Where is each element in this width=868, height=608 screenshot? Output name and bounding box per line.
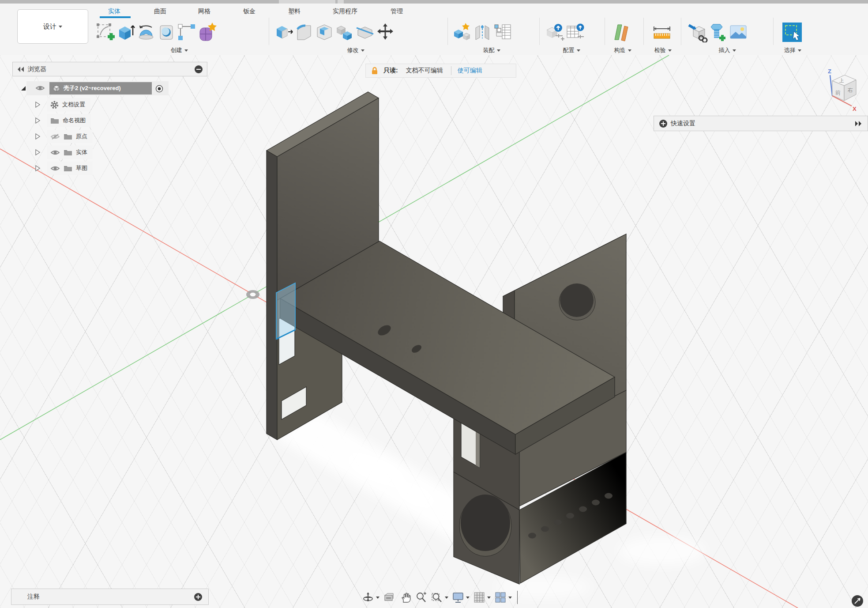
tab-plastic[interactable]: 塑料 — [288, 6, 301, 17]
extrude-icon[interactable] — [116, 21, 136, 43]
group-modify-dropdown[interactable]: 修改 — [339, 46, 372, 55]
combine-icon[interactable] — [334, 21, 355, 43]
chevron-down-icon — [497, 49, 500, 52]
collapsed-arrow-icon[interactable] — [34, 149, 41, 156]
zoom-icon[interactable] — [414, 591, 428, 604]
group-configure-dropdown[interactable]: 配置 — [555, 46, 588, 55]
tab-solid[interactable]: 实体 — [108, 6, 120, 17]
press-pull-icon[interactable] — [274, 21, 294, 43]
collapsed-arrow-icon[interactable] — [34, 101, 41, 108]
group-assemble-dropdown[interactable]: 装配 — [475, 46, 508, 55]
comments-title: 注释 — [27, 593, 194, 601]
double-right-arrow-icon[interactable] — [854, 121, 862, 127]
browser-item-origin[interactable]: 原点 — [47, 130, 93, 143]
viewcube-top-label: 上 — [839, 78, 844, 83]
group-create-dropdown[interactable]: 创建 — [162, 46, 196, 55]
fillet-icon[interactable] — [294, 21, 314, 43]
select-icon[interactable] — [779, 21, 805, 43]
shell-icon[interactable] — [314, 21, 334, 43]
readonly-message: 文档不可编辑 — [406, 67, 443, 75]
joint-icon[interactable] — [472, 21, 492, 43]
browser-title: 浏览器 — [28, 65, 195, 73]
group-inspect-dropdown[interactable]: 检验 — [646, 46, 680, 55]
app-tab-add[interactable] — [338, 0, 344, 4]
browser-item-document-settings[interactable]: 文档设置 — [47, 98, 90, 111]
eye-icon[interactable] — [50, 165, 60, 172]
tab-surface[interactable]: 曲面 — [154, 6, 166, 17]
eye-icon[interactable] — [35, 84, 45, 92]
configure-icon[interactable] — [545, 21, 565, 43]
make-editable-link[interactable]: 使可编辑 — [458, 67, 482, 75]
viewports-dropdown[interactable] — [508, 597, 512, 599]
browser-panel-header[interactable]: 浏览器 — [12, 62, 207, 76]
app-tab-segment[interactable] — [279, 0, 335, 4]
radio-selected-icon[interactable] — [155, 85, 163, 93]
revolve-icon[interactable] — [136, 21, 156, 43]
form-icon[interactable] — [197, 21, 217, 43]
group-select-dropdown[interactable]: 选择 — [776, 46, 809, 55]
tab-utilities[interactable]: 实用程序 — [333, 6, 357, 17]
expanded-arrow-icon[interactable] — [20, 85, 27, 92]
orbit-dropdown[interactable] — [376, 597, 380, 599]
browser-item-bodies[interactable]: 实体 — [47, 146, 93, 159]
grid-settings-dropdown[interactable] — [487, 597, 491, 599]
collapsed-arrow-icon[interactable] — [34, 133, 41, 140]
grid-settings-icon[interactable] — [473, 591, 486, 604]
display-settings-dropdown[interactable] — [466, 597, 470, 599]
browser-collapse-button[interactable] — [195, 65, 203, 73]
tab-sheetmetal[interactable]: 钣金 — [243, 6, 256, 17]
quick-settings-expand-button[interactable] — [659, 120, 667, 128]
feedback-badge-icon[interactable] — [852, 595, 863, 607]
group-create-icons — [95, 20, 217, 45]
tab-mesh[interactable]: 网格 — [198, 6, 210, 17]
display-settings-icon[interactable] — [451, 591, 465, 604]
hole-icon[interactable] — [156, 21, 177, 43]
workspace-switcher-button[interactable]: 设计 — [17, 9, 88, 44]
gear-icon — [50, 101, 59, 109]
collapsed-arrow-icon[interactable] — [34, 117, 41, 124]
zoom-window-icon[interactable] — [430, 591, 443, 604]
folder-icon — [64, 133, 72, 140]
look-at-icon[interactable] — [383, 591, 396, 604]
comments-panel[interactable]: 注释 — [11, 589, 209, 605]
group-insert-dropdown[interactable]: 插入 — [710, 46, 744, 55]
pan-icon[interactable] — [398, 591, 412, 604]
move-copy-icon[interactable] — [375, 21, 395, 43]
group-construct-dropdown[interactable]: 构造 — [606, 46, 639, 55]
construction-plane-icon[interactable] — [610, 21, 631, 43]
comments-expand-button[interactable] — [194, 593, 202, 601]
os-title-strip — [0, 0, 868, 4]
zoom-window-dropdown[interactable] — [445, 597, 448, 599]
viewcube[interactable]: Z 上 前 右 X — [816, 63, 868, 113]
tab-manage[interactable]: 管理 — [391, 6, 403, 17]
collapsed-arrow-icon[interactable] — [34, 165, 41, 172]
measure-icon[interactable] — [652, 21, 672, 43]
eye-icon[interactable] — [50, 149, 60, 156]
pattern-icon[interactable] — [177, 21, 197, 43]
browser-item-sketches[interactable]: 草图 — [47, 162, 93, 175]
toolbar-separator — [447, 18, 448, 45]
3d-viewport[interactable] — [0, 55, 868, 608]
component-cube-icon — [52, 84, 61, 93]
derive-icon[interactable] — [688, 21, 708, 43]
quick-settings-bar[interactable]: 快速设置 — [654, 116, 868, 131]
viewcube-x-axis-label: X — [853, 106, 857, 112]
configuration-table-icon[interactable] — [565, 21, 586, 43]
toolbar-separator — [605, 18, 605, 45]
viewports-icon[interactable] — [494, 591, 507, 604]
canvas-icon[interactable] — [728, 21, 748, 43]
browser-root-item[interactable]: 壳子2 (v2~recovered) — [49, 82, 152, 94]
new-component-icon[interactable] — [452, 21, 472, 43]
eye-hidden-icon[interactable] — [50, 133, 60, 140]
orbit-icon[interactable] — [361, 591, 375, 604]
active-tab-underline — [100, 16, 131, 18]
double-left-arrow-icon[interactable] — [17, 66, 24, 72]
viewcube-z-axis-label: Z — [828, 68, 831, 75]
fastener-icon[interactable] — [708, 21, 728, 43]
create-sketch-icon[interactable] — [95, 21, 116, 43]
chevron-down-icon — [577, 49, 580, 52]
browser-item-named-views[interactable]: 命名视图 — [47, 114, 91, 127]
toolbar-separator — [269, 18, 269, 45]
split-body-icon[interactable] — [355, 21, 375, 43]
bom-icon[interactable] — [492, 21, 513, 43]
